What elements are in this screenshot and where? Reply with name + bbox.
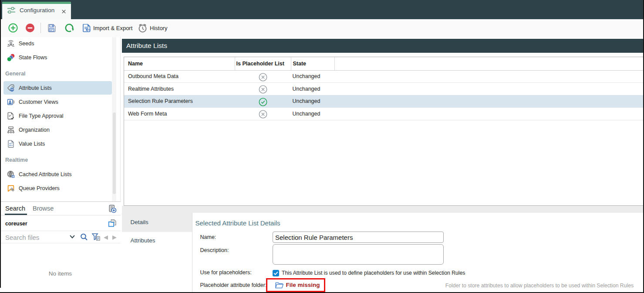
svg-text:GO: GO [10, 89, 14, 91]
